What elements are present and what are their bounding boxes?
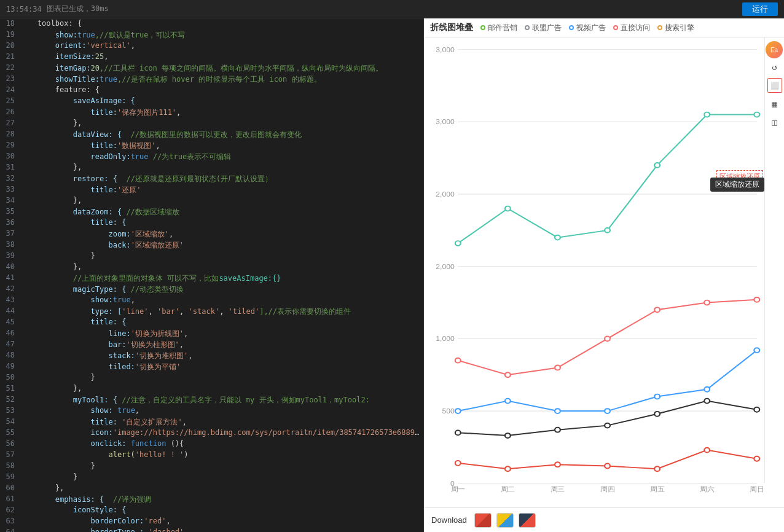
run-button[interactable]: 运行 (742, 2, 778, 16)
line-content: title: { (20, 317, 423, 326)
bar-chart-tool[interactable]: ▦ (767, 96, 782, 111)
svg-point-44 (555, 428, 560, 432)
svg-point-24 (605, 228, 610, 233)
svg-point-33 (704, 300, 710, 305)
code-token: true (113, 295, 131, 304)
line-content: tiled:'切换为平铺' (20, 361, 423, 372)
code-token: '数据视图' (117, 141, 155, 150)
code-token: 25 (95, 52, 104, 61)
tooltip-popup: 区域缩放还原 (710, 178, 764, 192)
code-token: //动态类型切换 (126, 285, 184, 294)
code-line: 53 show: true, (0, 405, 423, 417)
svg-point-48 (754, 407, 759, 412)
line-content: }, (20, 162, 423, 171)
code-token: show: (20, 406, 117, 415)
code-token: 20 (91, 64, 100, 72)
code-token: //注意，自定义的工具名字，只能以 my 开头，例如myTool1，myTool… (117, 396, 370, 404)
code-token: onclick: (20, 439, 131, 448)
legend-dot (480, 25, 485, 30)
code-line: 33 title:'还原' (0, 184, 423, 195)
legend-item: 直接访问 (613, 23, 650, 33)
download-btn-2[interactable] (496, 513, 514, 528)
svg-point-54 (704, 448, 710, 453)
code-line: 20 orient:'vertical', (0, 41, 423, 52)
line-number: 39 (0, 251, 20, 260)
line-number: 51 (0, 383, 20, 393)
line-content: //上面的对象里面的对象体 可以不写，比如saveAsImage:{} (20, 273, 423, 284)
download-btn-3[interactable] (519, 513, 536, 528)
svg-point-53 (654, 466, 660, 471)
line-content: myTool1: { //注意，自定义的工具名字，只能以 my 开头，例如myT… (20, 394, 423, 405)
restore-tool[interactable]: ↺ (767, 60, 782, 74)
code-token: iconStyle: { (20, 506, 126, 514)
download-btn-1[interactable] (474, 513, 492, 528)
code-line: 24 feature: { (0, 85, 423, 96)
line-content: }, (20, 262, 423, 271)
code-token: } (20, 251, 95, 260)
line-number: 23 (0, 74, 20, 83)
zoom-tool[interactable]: ⬜ (767, 78, 782, 93)
code-token: }, (20, 119, 82, 127)
line-number: 46 (0, 328, 20, 337)
code-line: 64 borderType : 'dashed' (0, 527, 423, 532)
code-line: 37 zoom:'区域缩放', (0, 229, 423, 240)
line-number: 54 (0, 417, 20, 426)
line-content: } (20, 461, 423, 470)
code-token: orient: (20, 41, 86, 50)
line-number: 34 (0, 195, 20, 205)
line-content: type: ['line', 'bar', 'stack', 'tiled'],… (20, 306, 423, 317)
line-chart-svg: 05001,0002,0002,0003,0003,000周一周二周三周四周五周… (424, 37, 784, 507)
svg-point-30 (555, 366, 560, 370)
code-token: , (182, 418, 187, 426)
svg-text:2,000: 2,000 (436, 263, 454, 270)
line-number: 63 (0, 516, 20, 525)
svg-text:周二: 周二 (501, 486, 515, 493)
code-token: } (20, 472, 77, 481)
code-token: title: (20, 108, 117, 117)
line-number: 22 (0, 63, 20, 72)
code-token: (){ (166, 439, 184, 448)
code-line: 18 toolbox: { (0, 18, 423, 29)
line-number: 42 (0, 284, 20, 293)
code-token: show: (20, 31, 77, 39)
svg-text:500: 500 (442, 408, 454, 415)
line-number: 56 (0, 439, 20, 448)
code-line: 54 title: '自定义扩展方法', (0, 417, 423, 428)
stack-tool[interactable]: ◫ (767, 115, 782, 130)
code-token: , (169, 230, 173, 238)
code-token: itemSize: (20, 52, 95, 61)
code-token: true (117, 406, 135, 415)
svg-point-51 (555, 462, 560, 467)
code-token: , (135, 406, 139, 415)
svg-point-39 (654, 394, 660, 399)
code-editor[interactable]: 18 toolbox: {19 show:true,//默认是true，可以不写… (0, 18, 424, 532)
line-content: show:true,//默认是true，可以不写 (20, 29, 423, 41)
svg-point-28 (455, 358, 461, 363)
code-token: , (188, 351, 192, 360)
code-line: 32 restore: { //还原就是还原到最初状态(开厂默认设置） (0, 173, 423, 184)
code-line: 58 } (0, 461, 423, 472)
code-line: 60 }, (0, 483, 423, 494)
legend-label: 搜索引擎 (665, 23, 694, 33)
code-token: emphasis: { (20, 495, 104, 504)
code-token: //还原就是还原到最初状态(开厂默认设置） (117, 174, 272, 183)
code-token: '自定义扩展方法' (122, 418, 182, 426)
svg-point-32 (654, 307, 660, 312)
code-token: saveAsImage: { (20, 96, 135, 105)
code-token: title: { (20, 318, 126, 326)
code-line: 51 }, (0, 383, 423, 394)
code-line: 34 }, (0, 195, 423, 206)
line-number: 48 (0, 350, 20, 359)
line-content: onclick: function (){ (20, 439, 423, 448)
code-token: title: (20, 418, 122, 426)
code-token: true (100, 75, 117, 84)
code-token: saveAsImage:{} (219, 274, 281, 283)
code-line: 63 borderColor:'red', (0, 516, 423, 527)
line-content: title:'还原' (20, 184, 423, 195)
line-number: 59 (0, 472, 20, 481)
line-content: back:'区域缩放还原' (20, 240, 423, 251)
code-token: bar: (20, 340, 126, 349)
code-token: , (166, 517, 170, 525)
line-number: 21 (0, 52, 20, 61)
code-token: }, (20, 483, 64, 492)
